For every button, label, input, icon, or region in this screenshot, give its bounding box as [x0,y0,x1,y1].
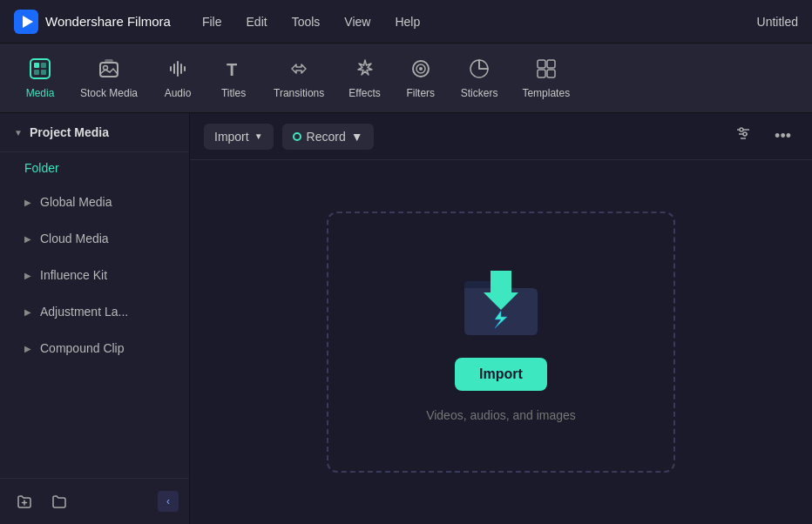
menu-bar: File Edit Tools View Help [192,10,757,34]
drop-zone: Import Videos, audios, and images [190,160,812,524]
sidebar-footer: ‹ [0,478,189,524]
logo-area: Wondershare Filmora [14,10,171,34]
tool-transitions[interactable]: Transitions [263,50,335,106]
svg-rect-2 [30,59,50,78]
record-button[interactable]: Record ▼ [282,124,374,150]
arrow-icon-global: ▶ [24,198,31,207]
templates-label: Templates [522,87,570,99]
sidebar-item-label-adjustment-la: Adjustment La... [40,305,128,319]
stock-media-label: Stock Media [80,87,138,99]
templates-icon [535,57,558,84]
stock-media-icon [98,57,120,84]
drop-zone-import-button[interactable]: Import [455,358,547,391]
tool-stock-media[interactable]: Stock Media [70,50,148,106]
sidebar-item-global-media[interactable]: ▶ Global Media [3,185,186,219]
menu-view[interactable]: View [334,10,381,34]
app-logo [14,10,38,34]
drop-zone-hint: Videos, audios, and images [426,408,576,422]
filter-button[interactable] [727,122,759,151]
svg-rect-16 [538,70,545,77]
svg-rect-15 [547,60,555,68]
drop-box: Import Videos, audios, and images [327,212,675,473]
menu-file[interactable]: File [192,10,233,34]
tool-templates[interactable]: Templates [511,50,580,106]
sidebar-item-label-compound-clip: Compound Clip [40,341,125,355]
svg-rect-5 [34,70,39,75]
record-dot-icon [293,132,301,141]
ellipsis-icon: ••• [775,127,791,144]
svg-rect-9 [105,59,113,63]
svg-rect-14 [538,60,545,68]
audio-label: Audio [165,87,192,99]
sidebar-item-cloud-media[interactable]: ▶ Cloud Media [3,221,186,256]
svg-rect-3 [34,63,39,68]
content-area: Import ▼ Record ▼ ••• [190,113,812,524]
sidebar: ▼ Project Media Folder ▶ Global Media ▶ … [0,113,190,524]
arrow-icon-adjustment: ▶ [24,307,31,317]
filters-icon [409,57,432,84]
sidebar-collapse-button[interactable]: ‹ [158,491,179,512]
sidebar-chevron-icon: ▼ [14,128,23,138]
app-name: Wondershare Filmora [45,14,171,29]
menu-help[interactable]: Help [384,10,430,34]
svg-point-13 [419,67,423,71]
sidebar-item-label-influence-kit: Influence Kit [40,268,107,282]
folder-button[interactable] [45,487,73,515]
svg-rect-7 [100,63,118,77]
sidebar-item-compound-clip[interactable]: ▶ Compound Clip [3,331,186,366]
menu-tools[interactable]: Tools [281,10,331,34]
tool-titles[interactable]: T Titles [207,50,260,106]
sidebar-item-influence-kit[interactable]: ▶ Influence Kit [3,258,186,292]
titles-label: Titles [221,87,246,99]
stickers-icon [468,57,491,84]
record-label: Record [307,130,346,144]
import-label: Import [214,130,249,144]
arrow-icon-influence: ▶ [24,271,31,280]
sidebar-header-label: Project Media [30,125,109,139]
tool-effects[interactable]: Effects [338,50,390,106]
record-chevron-icon: ▼ [351,130,363,144]
chevron-left-icon: ‹ [166,495,170,507]
svg-rect-4 [41,63,46,68]
new-folder-button[interactable] [10,487,38,515]
title-bar: Wondershare Filmora File Edit Tools View… [0,0,812,44]
titles-icon: T [222,57,245,84]
import-folder-icon [457,262,545,340]
effects-label: Effects [348,87,380,99]
menu-edit[interactable]: Edit [236,10,278,34]
import-button[interactable]: Import ▼ [204,124,274,150]
sidebar-item-label-global-media: Global Media [40,195,112,209]
tool-media[interactable]: Media [14,50,66,106]
transitions-label: Transitions [274,87,324,99]
sidebar-folder[interactable]: Folder [0,152,189,184]
window-title: Untitled [757,15,798,29]
arrow-icon-cloud: ▶ [24,234,31,244]
audio-icon [166,57,189,84]
tool-filters[interactable]: Filters [395,50,447,106]
arrow-icon-compound: ▶ [24,344,31,353]
toolbar: Media Stock Media Audio [0,44,812,113]
tool-stickers[interactable]: Stickers [450,50,509,106]
stickers-label: Stickers [461,87,498,99]
sidebar-header: ▼ Project Media [0,113,189,152]
sidebar-item-label-cloud-media: Cloud Media [40,232,109,245]
svg-text:T: T [227,60,237,79]
sidebar-item-adjustment-la[interactable]: ▶ Adjustment La... [3,294,186,329]
media-label: Media [26,87,55,99]
svg-point-21 [740,128,743,131]
media-icon [29,57,51,84]
content-toolbar: Import ▼ Record ▼ ••• [190,113,812,160]
effects-icon [354,57,376,84]
main-area: ▼ Project Media Folder ▶ Global Media ▶ … [0,113,812,524]
svg-rect-6 [41,70,46,75]
import-chevron-icon: ▼ [254,131,263,141]
svg-point-22 [743,132,747,136]
svg-rect-17 [547,70,555,77]
more-options-button[interactable]: ••• [768,124,798,149]
transitions-icon [288,57,310,84]
tool-audio[interactable]: Audio [152,50,204,106]
filters-label: Filters [406,87,435,99]
